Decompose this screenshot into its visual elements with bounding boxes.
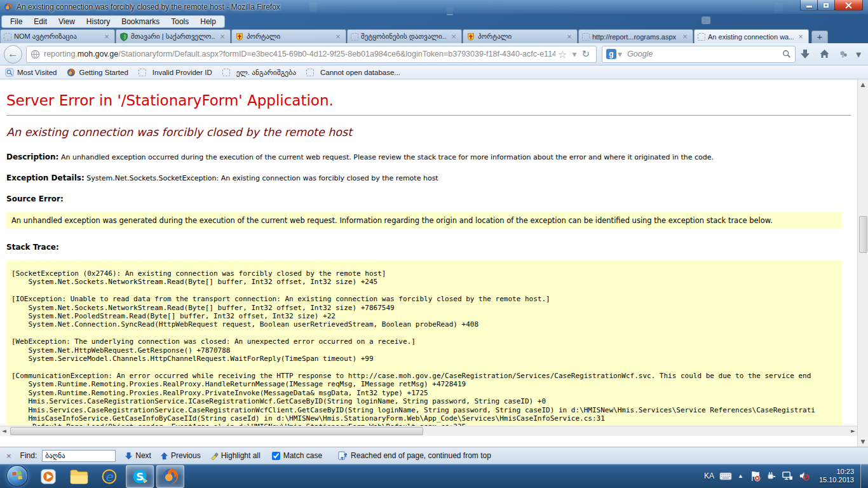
power-plug-icon[interactable] <box>766 471 776 481</box>
tab-mtavari[interactable]: მთავარი | საქართველო... × <box>116 29 231 43</box>
stack-trace-label: Stack Trace: <box>6 243 851 252</box>
tab-close-icon[interactable]: × <box>796 32 805 41</box>
arrow-down-icon <box>125 452 133 460</box>
scroll-right-arrow[interactable]: ► <box>851 428 855 434</box>
menu-view[interactable]: View <box>53 16 81 27</box>
start-button[interactable] <box>6 465 28 487</box>
search-placeholder: Google <box>627 50 782 58</box>
keyboard-layout-icon[interactable] <box>719 472 732 480</box>
match-case-input[interactable] <box>272 452 280 460</box>
find-input[interactable] <box>42 450 116 462</box>
tab-portal-2[interactable]: პორტალი × <box>463 29 578 43</box>
reload-icon[interactable]: ↻ <box>579 48 592 60</box>
default-favicon-icon <box>582 33 590 41</box>
tab-close-icon[interactable]: × <box>218 32 227 41</box>
vertical-scrollbar-thumb[interactable] <box>859 216 867 253</box>
highlight-all-button[interactable]: Highlight all <box>210 451 261 460</box>
volume-muted-icon[interactable] <box>799 471 810 481</box>
horizontal-scrollbar[interactable]: ◄ ► <box>0 426 857 436</box>
vertical-scrollbar[interactable]: ▲ ▼ <box>857 79 868 447</box>
new-tab-button[interactable]: + <box>811 30 828 43</box>
scroll-down-arrow[interactable]: ▼ <box>859 438 867 445</box>
tab-portal-1[interactable]: პორტალი × <box>231 29 346 43</box>
source-error-label: Source Error: <box>6 194 851 203</box>
error-title: Server Error in '/StationaryForm' Applic… <box>6 92 851 109</box>
default-favicon-icon <box>4 33 11 41</box>
back-button[interactable]: ← <box>4 45 22 64</box>
home-button[interactable] <box>815 45 834 63</box>
back-arrow-icon: ← <box>8 48 18 60</box>
page-content: Server Error in '/StationaryForm' Applic… <box>0 79 868 447</box>
show-hidden-icons-button[interactable]: ▲ <box>738 473 743 479</box>
match-case-checkbox[interactable]: Match case <box>272 451 322 460</box>
find-previous-button[interactable]: Previous <box>160 451 201 460</box>
svg-text:e: e <box>105 470 113 483</box>
menu-edit[interactable]: Edit <box>28 16 53 27</box>
bookmark-invalid-provider-id[interactable]: Invalid Provider ID <box>139 69 212 76</box>
taskbar-explorer-button[interactable] <box>65 465 93 488</box>
minimize-button[interactable] <box>800 0 818 11</box>
menu-history[interactable]: History <box>81 16 116 27</box>
tab-close-icon[interactable]: × <box>681 32 689 41</box>
toolbar-overflow-button[interactable]: ▾ <box>853 45 864 63</box>
search-icon[interactable] <box>782 50 791 58</box>
url-text: reporting.moh.gov.ge/Stationaryform/Defa… <box>44 50 555 58</box>
url-dropdown-icon[interactable]: ▾ <box>569 49 579 59</box>
taskbar: e S KA ▲ 10:23 <box>0 464 868 488</box>
taskbar-internet-explorer-button[interactable]: e <box>95 465 123 488</box>
bookmark-getting-started[interactable]: Getting Started <box>67 68 128 77</box>
taskbar-skype-button[interactable]: S <box>126 465 154 488</box>
taskbar-media-player-button[interactable] <box>34 465 62 488</box>
horizontal-scrollbar-thumb[interactable] <box>10 427 423 435</box>
tab-close-icon[interactable]: × <box>449 32 458 41</box>
find-close-button[interactable]: × <box>6 451 11 461</box>
menu-file[interactable]: File <box>4 16 28 27</box>
tab-strip: NOM ავტორიზაცია × მთავარი | საქართველო..… <box>0 29 868 43</box>
divider <box>6 115 851 116</box>
tab-close-icon[interactable]: × <box>102 32 111 41</box>
restore-icon <box>824 3 829 8</box>
shield-favicon-icon <box>119 32 128 41</box>
bookmark-el-angarishgeba[interactable]: ელ. ანგარიშგება <box>222 68 296 77</box>
bookmark-most-visited[interactable]: Most Visited <box>5 68 57 77</box>
close-button[interactable] <box>834 0 863 11</box>
addon-button[interactable] <box>834 45 853 63</box>
tab-close-icon[interactable]: × <box>334 32 342 41</box>
clock[interactable]: 10:23 15.10.2013 <box>819 468 854 484</box>
navigation-toolbar: ← reporting.moh.gov.ge/Stationaryform/De… <box>0 43 868 65</box>
menu-help[interactable]: Help <box>194 16 222 27</box>
stack-trace-text: [SocketException (0x2746): An existing c… <box>11 269 837 431</box>
close-icon <box>845 2 852 9</box>
tab-active-error-page[interactable]: An existing connection wa... × <box>694 29 809 43</box>
tab-nom-authorization[interactable]: NOM ავტორიზაცია × <box>0 29 115 43</box>
language-indicator[interactable]: KA <box>704 471 714 480</box>
url-bar[interactable]: reporting.moh.gov.ge/Stationaryform/Defa… <box>26 46 597 63</box>
show-desktop-button[interactable] <box>860 464 868 488</box>
svg-text:S: S <box>136 471 144 483</box>
search-engine-dropdown-icon[interactable]: ▾ <box>616 49 623 59</box>
bookmark-star-icon[interactable]: ☆ <box>555 48 569 60</box>
default-favicon-icon <box>306 69 314 76</box>
taskbar-firefox-button[interactable] <box>156 465 184 488</box>
scroll-up-arrow[interactable]: ▲ <box>859 81 867 88</box>
downloads-button[interactable] <box>796 45 815 63</box>
error-description: Description: An unhandled exception occu… <box>6 152 851 161</box>
bookmark-cannot-open-database[interactable]: Cannot open database... <box>306 69 400 76</box>
firefox-icon <box>4 3 13 11</box>
search-bar[interactable]: g ▾ Google <box>602 46 796 63</box>
tab-report-programs[interactable]: http://report...rograms.aspx × <box>578 29 693 43</box>
menu-tools[interactable]: Tools <box>165 16 194 27</box>
clock-date: 15.10.2013 <box>819 476 854 484</box>
scroll-left-arrow[interactable]: ◄ <box>2 428 6 434</box>
action-center-icon[interactable] <box>750 471 761 482</box>
tab-shetyobineba[interactable]: შეტყობინების დათვალი... × <box>347 29 462 43</box>
menu-bookmarks[interactable]: Bookmarks <box>116 16 165 27</box>
tab-close-icon[interactable]: × <box>565 32 574 41</box>
desktop: An existing connection was forcibly clos… <box>0 0 868 488</box>
default-favicon-icon <box>222 69 230 76</box>
restore-button[interactable] <box>817 0 835 11</box>
find-next-button[interactable]: Next <box>125 451 151 460</box>
network-icon[interactable] <box>782 471 793 481</box>
firefox-icon <box>161 467 180 485</box>
globe-icon <box>31 50 40 59</box>
